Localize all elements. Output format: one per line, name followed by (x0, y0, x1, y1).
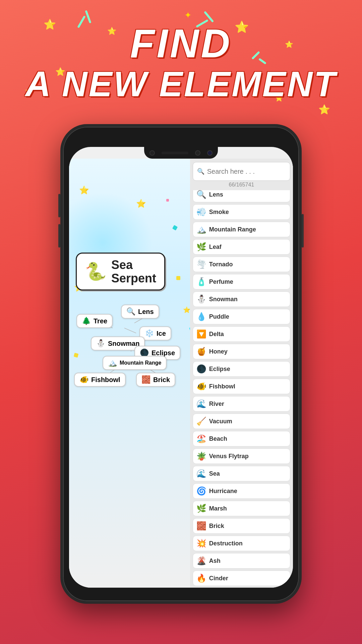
item-label: Delta (209, 331, 224, 338)
list-item[interactable]: 💧 Puddle (193, 309, 290, 324)
search-bar[interactable]: 🔍 ⊟ (193, 162, 290, 181)
item-emoji: 🌿 (196, 242, 206, 252)
item-label: Vacuum (209, 418, 232, 425)
deco-star-3: ✦ (184, 10, 192, 20)
list-item[interactable]: 🧱 Brick (193, 518, 290, 534)
node-lens: 🔍 Lens (121, 305, 159, 319)
item-label: Cinder (209, 575, 228, 582)
power-button[interactable] (302, 214, 304, 248)
list-item[interactable]: 💨 Smoke (193, 204, 290, 220)
sea-serpent-emoji: 🐍 (85, 261, 107, 282)
item-emoji: 🪴 (196, 451, 206, 461)
node-brick: 🧱 Brick (136, 373, 175, 387)
list-item[interactable]: 🪴 Venus Flytrap (193, 448, 290, 464)
item-label: Smoke (209, 209, 229, 216)
item-emoji: 💧 (196, 312, 206, 321)
svg-line-2 (124, 328, 136, 333)
list-item[interactable]: 🌑 Eclipse (193, 361, 290, 377)
item-emoji: 🔥 (196, 574, 206, 583)
game-star-2: ⭐ (136, 199, 146, 208)
item-label: Brick (209, 523, 224, 530)
list-item[interactable]: 🍯 Honey (193, 344, 290, 359)
confetti-5 (74, 353, 79, 358)
item-label: River (209, 400, 224, 408)
list-item[interactable]: 🔥 Cinder (193, 571, 290, 586)
elements-panel: 🔍 ⊟ 66/165741 🔍 Lens 💨 Smoke 🏔️ Mountain… (190, 159, 293, 588)
node-fishbowl: 🐠 Fishbowl (74, 373, 126, 387)
item-emoji: 🌀 (196, 486, 206, 496)
item-label: Sea (209, 470, 220, 477)
sea-serpent-popup: 🐍 SeaSerpent (76, 253, 165, 290)
list-item[interactable]: 🌪️ Tornado (193, 257, 290, 272)
item-emoji: 🌪️ (196, 260, 206, 269)
phone-screen: ⭐ ⭐ ⭐ ⭐ 🐍 SeaSerpent (69, 147, 293, 588)
list-item[interactable]: 🏖️ Beach (193, 431, 290, 446)
confetti-1 (172, 225, 178, 230)
list-item[interactable]: 🌿 Leaf (193, 239, 290, 255)
item-label: Snowman (209, 296, 238, 303)
node-tree: 🌲 Tree (76, 314, 113, 328)
item-emoji: 🐠 (196, 382, 206, 391)
item-emoji: 🍯 (196, 347, 206, 356)
volume-up-button[interactable] (58, 194, 60, 217)
game-star-4: ⭐ (183, 306, 190, 314)
sea-serpent-name: SeaSerpent (111, 258, 156, 285)
item-emoji: 🔍 (196, 190, 206, 199)
notch-sensor (195, 150, 200, 156)
item-label: Lens (209, 191, 223, 198)
item-emoji: 💥 (196, 539, 206, 548)
volume-down-button[interactable] (58, 224, 60, 248)
list-item[interactable]: 🐠 Fishbowl (193, 379, 290, 394)
item-label: Destruction (209, 540, 243, 547)
search-icon: 🔍 (197, 168, 204, 175)
item-emoji: 🧹 (196, 417, 206, 426)
item-emoji: ⛄ (196, 294, 206, 304)
elements-list[interactable]: 🔍 Lens 💨 Smoke 🏔️ Mountain Range 🌿 Leaf … (190, 185, 293, 588)
item-emoji: 💨 (196, 207, 206, 217)
item-label: Ash (209, 557, 221, 565)
count-label: 66/165741 (193, 181, 290, 189)
notch-camera (149, 150, 155, 156)
game-star-1: ⭐ (79, 185, 89, 195)
list-item[interactable]: ⛄ Snowman (193, 291, 290, 307)
search-input[interactable] (207, 168, 292, 175)
item-emoji: 🌿 (196, 504, 206, 513)
confetti-2 (176, 276, 180, 280)
item-label: Hurricane (209, 488, 237, 495)
item-label: Honey (209, 348, 228, 355)
game-area: ⭐ ⭐ ⭐ ⭐ 🐍 SeaSerpent (69, 159, 192, 588)
item-label: Marsh (209, 505, 227, 512)
item-label: Beach (209, 435, 227, 442)
phone-body: ⭐ ⭐ ⭐ ⭐ 🐍 SeaSerpent (60, 124, 302, 604)
confetti-3 (166, 199, 169, 202)
phone: ⭐ ⭐ ⭐ ⭐ 🐍 SeaSerpent (60, 124, 302, 604)
list-item[interactable]: 🌊 River (193, 396, 290, 412)
item-label: Mountain Range (209, 226, 256, 233)
item-label: Eclipse (209, 366, 230, 373)
list-item[interactable]: 🧴 Perfume (193, 274, 290, 289)
title-line2: A NEW ELEMENT (0, 66, 362, 102)
item-emoji: 🌊 (196, 399, 206, 409)
list-item[interactable]: 🌀 Hurricane (193, 483, 290, 499)
item-label: Fishbowl (209, 383, 235, 390)
list-item[interactable]: 🧹 Vacuum (193, 414, 290, 429)
item-emoji: 🏖️ (196, 434, 206, 443)
notch (144, 147, 218, 159)
list-item[interactable]: 🌊 Sea (193, 466, 290, 481)
list-item[interactable]: 💥 Destruction (193, 536, 290, 551)
list-item[interactable]: 🏔️ Mountain Range (193, 222, 290, 237)
item-label: Tornado (209, 261, 233, 268)
item-label: Perfume (209, 278, 233, 285)
title-area: FIND A NEW ELEMENT (0, 20, 362, 102)
node-mountain-range: 🏔️ Mountain Range (103, 356, 167, 370)
item-emoji: 🔽 (196, 329, 206, 339)
item-emoji: 🌋 (196, 556, 206, 566)
notch-speaker (162, 152, 188, 154)
deco-star-9: ⭐ (318, 104, 330, 115)
list-item[interactable]: 🔽 Delta (193, 326, 290, 342)
list-item[interactable]: 🌿 Marsh (193, 501, 290, 516)
search-area: 🔍 ⊟ 66/165741 (190, 159, 293, 190)
item-emoji: 🧴 (196, 277, 206, 286)
item-emoji: 🌑 (196, 364, 206, 374)
list-item[interactable]: 🌋 Ash (193, 553, 290, 569)
